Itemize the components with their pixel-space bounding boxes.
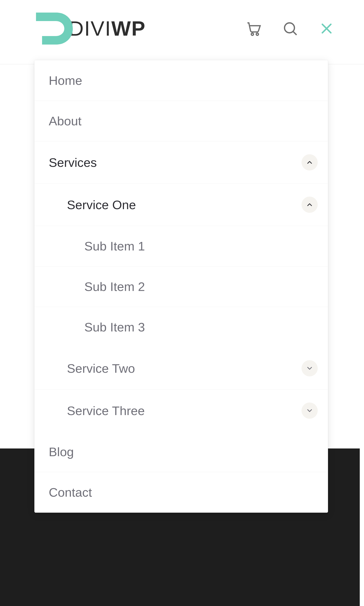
menu-item-label: Blog [49,445,74,459]
menu-item-label: Contact [49,485,92,499]
menu-item-sub1[interactable]: Sub Item 1 [35,226,328,266]
menu-services-children: Service One Sub Item 1 Sub Item 2 Sub It… [35,184,328,432]
menu-item-services[interactable]: Services [35,141,328,184]
logo-text-bold: WP [111,17,146,40]
menu-item-label: Home [49,73,82,88]
menu-item-label: Sub Item 2 [84,279,145,294]
menu-item-sub3[interactable]: Sub Item 3 [35,307,328,347]
menu-item-label: Services [49,155,97,170]
menu-item-label: Service Two [67,361,135,376]
menu-item-label: Sub Item 1 [84,239,145,253]
svg-point-0 [251,33,253,35]
logo-mark-icon [34,11,74,46]
chevron-up-icon[interactable] [301,197,318,213]
mobile-menu-panel: Home About Services Service One Sub Item… [34,60,328,513]
menu-service-one-children: Sub Item 1 Sub Item 2 Sub Item 3 [35,226,328,347]
svg-point-1 [256,33,259,35]
menu-item-label: Sub Item 3 [84,320,145,334]
menu-item-home[interactable]: Home [35,60,328,101]
svg-point-2 [285,23,294,33]
menu-item-service-one[interactable]: Service One [35,184,328,226]
menu-item-contact[interactable]: Contact [35,472,328,512]
header-actions [245,19,336,38]
menu-item-service-three[interactable]: Service Three [35,390,328,432]
logo-text-thin: DIVI [69,17,111,40]
close-icon[interactable] [317,19,336,38]
chevron-up-icon[interactable] [301,154,318,170]
logo-wordmark: DIVIWP [69,17,146,41]
menu-item-label: Service One [67,198,136,212]
menu-item-about[interactable]: About [35,101,328,141]
menu-item-service-two[interactable]: Service Two [35,347,328,390]
menu-item-label: Service Three [67,403,145,418]
cart-icon[interactable] [245,19,263,38]
search-icon[interactable] [281,19,299,38]
menu-item-label: About [49,114,81,128]
menu-item-sub2[interactable]: Sub Item 2 [35,266,328,307]
chevron-down-icon[interactable] [301,360,318,376]
site-logo[interactable]: DIVIWP [34,11,146,46]
svg-line-3 [293,31,297,35]
site-header: DIVIWP [0,0,364,64]
chevron-down-icon[interactable] [301,402,318,419]
menu-item-blog[interactable]: Blog [35,432,328,472]
